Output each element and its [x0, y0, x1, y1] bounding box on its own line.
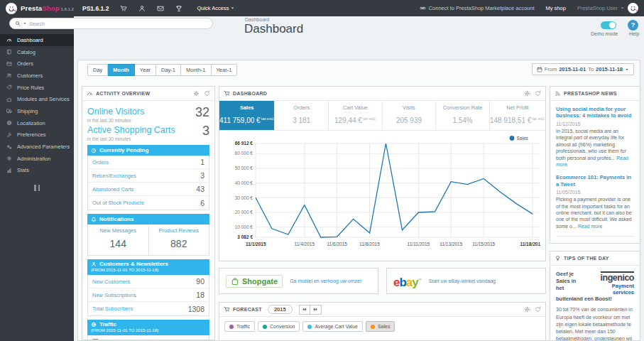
customers-quick-icon[interactable] — [138, 2, 146, 15]
search-input[interactable] — [29, 21, 207, 26]
sidebar-item-orders[interactable]: Orders — [0, 58, 74, 70]
forecast-legend-average-cart-value[interactable]: Average Cart Value — [302, 321, 362, 332]
sidebar-item-advanced-parameters[interactable]: Advanced Parameters — [0, 141, 74, 153]
kpi-tab-visits[interactable]: Visits205 939 — [383, 101, 437, 130]
table-row-return-exchanges[interactable]: Return/Exchanges3 — [88, 169, 209, 183]
user-avatar[interactable] — [628, 3, 638, 13]
marketplace-connect-link[interactable]: Connect to PrestaShop Marketplace accoun… — [420, 5, 535, 11]
messages-quick-icon[interactable] — [157, 2, 164, 15]
ebay-link[interactable]: Start uw eBay-winkel vandaag — [429, 278, 496, 283]
kpi-tab-cart-value[interactable]: Cart Value129,44 € tax excl. — [329, 101, 383, 130]
search-scope-caret-icon[interactable] — [23, 21, 27, 26]
ebay-logo: ebay™ — [393, 274, 422, 288]
cart-icon[interactable] — [120, 2, 127, 15]
prestashop-logo[interactable] — [6, 3, 17, 14]
product-reviews-cell[interactable]: Product Reviews882 — [149, 224, 209, 255]
sidebar: DashboardCatalogOrdersCustomersPrice Rul… — [0, 16, 74, 341]
next-year-button[interactable] — [310, 305, 322, 315]
help-label: Help — [629, 31, 639, 36]
news-article-title[interactable]: Ecommerce 101: Payments in a Tweet — [556, 174, 634, 188]
notifications-header: Notifications — [87, 214, 209, 224]
table-row-orders[interactable]: Orders1 — [88, 156, 209, 169]
kpi-tab-net-profit[interactable]: Net Profit148 918,51 € tax excl. — [490, 101, 545, 130]
sidebar-item-localization[interactable]: Localization — [0, 117, 74, 129]
traffic-header: Traffic (FROM 2015-11-01 TO 2015-11-18) — [87, 320, 209, 335]
kpi-tab-conversion-rate[interactable]: Conversion Rate1.54% — [436, 101, 490, 130]
range-button-year[interactable]: Year — [135, 64, 156, 76]
sidebar-item-administration[interactable]: Administration — [0, 153, 74, 165]
user-menu[interactable]: PrestaShop User — [577, 5, 625, 11]
table-row-out-of-stock-products[interactable]: Out of Stock Products6 — [88, 196, 209, 210]
gear-icon[interactable] — [193, 90, 200, 97]
panel-title: FORECAST — [233, 307, 262, 312]
read-more-link[interactable]: Read more — [578, 224, 603, 229]
sidebar-item-label: Administration — [17, 156, 51, 162]
kpi-tab-sales[interactable]: Sales411 759,00 € tax excl. — [219, 101, 275, 130]
my-shop-link[interactable]: My shop — [546, 5, 566, 11]
sidebar-item-stats[interactable]: Stats — [0, 165, 74, 177]
table-row-new-subscriptions[interactable]: New Subscriptions18 — [88, 288, 209, 302]
gear-icon[interactable] — [524, 306, 530, 313]
sidebar-item-label: Stats — [17, 167, 29, 173]
range-button-day[interactable]: Day — [87, 64, 108, 76]
range-button-month-1[interactable]: Month-1 — [181, 64, 212, 76]
google-analytics-row[interactable]: Link to your Google Analytics account — [88, 335, 209, 340]
quick-access-menu[interactable]: Quick Access — [197, 5, 235, 11]
active-carts-link[interactable]: Active Shopping Carts — [87, 125, 175, 135]
news-article-title[interactable]: Using social media for your business: 4 … — [556, 106, 634, 119]
forecast-legend-traffic[interactable]: Traffic — [224, 321, 255, 332]
new-messages-cell[interactable]: New Messages144 — [88, 224, 149, 255]
sidebar-item-customers[interactable]: Customers — [0, 70, 74, 82]
demo-mode-toggle[interactable] — [601, 21, 616, 29]
legend-dot — [263, 325, 267, 329]
y-axis-label: 40 000 € — [235, 180, 253, 185]
legend-dot — [510, 136, 515, 141]
sidebar-item-shipping[interactable]: Shipping — [0, 105, 74, 117]
forecast-legend-sales[interactable]: Sales — [366, 321, 395, 332]
range-button-day-1[interactable]: Day-1 — [156, 64, 181, 76]
link-icon — [420, 5, 426, 11]
sidebar-item-price-rules[interactable]: Price Rules — [0, 82, 74, 94]
sidebar-item-dashboard[interactable]: Dashboard — [0, 34, 74, 46]
x-axis-label: 11/4/2015 — [295, 242, 315, 247]
previous-year-button[interactable] — [299, 305, 310, 315]
forecast-year-badge[interactable]: 2015 — [268, 305, 293, 314]
bar-chart-icon — [6, 168, 12, 173]
globe-icon — [91, 322, 97, 328]
globe-icon — [6, 120, 12, 126]
sidebar-item-preferences[interactable]: Preferences — [0, 129, 74, 141]
kpi-tab-orders[interactable]: Orders3 181 — [275, 101, 329, 130]
search-icon[interactable] — [15, 21, 21, 26]
refresh-icon[interactable] — [535, 306, 541, 313]
refresh-icon[interactable] — [535, 90, 541, 97]
range-button-year-1[interactable]: Year-1 — [212, 64, 238, 76]
sidebar-item-catalog[interactable]: Catalog — [0, 46, 74, 58]
shopgate-link[interactable]: Ga mobiel en verhoog uw omzet — [290, 278, 361, 283]
sidebar-item-modules-and-services[interactable]: Modules and Services — [0, 93, 74, 105]
google-analytics-icon — [92, 339, 99, 340]
sidebar-collapse-button[interactable] — [0, 185, 74, 191]
find-more-news-link[interactable]: Find more news — [556, 242, 634, 244]
ingenico-logo[interactable]: ingenico Paymentservices — [583, 271, 634, 296]
bell-icon — [91, 217, 97, 222]
forecast-legend-conversion[interactable]: Conversion — [258, 321, 300, 332]
x-axis-label: 11/1/2015 — [246, 242, 266, 247]
date-range-picker[interactable]: From2015-11-01 To2015-11-18 — [532, 63, 634, 75]
table-row-total-subscribers[interactable]: Total Subscribers1308 — [88, 302, 209, 315]
sidebar-item-label: Localization — [17, 120, 45, 126]
range-button-month[interactable]: Month — [108, 64, 135, 76]
table-row-new-customers[interactable]: New Customers90 — [88, 275, 209, 288]
gear-icon[interactable] — [524, 90, 530, 97]
table-row-abandoned-carts[interactable]: Abandoned Carts43 — [88, 183, 209, 196]
online-visitors-link[interactable]: Online Visitors — [87, 107, 144, 117]
x-axis-label: 11/11/2015 — [408, 242, 430, 247]
y-axis-label: 50 000 € — [235, 166, 253, 170]
lightbulb-icon — [555, 255, 561, 261]
prestashop-news-panel: PRESTASHOP NEWS Using social media for y… — [550, 86, 640, 244]
trophy-icon[interactable] — [175, 2, 182, 15]
sidebar-item-label: Dashboard — [17, 37, 43, 43]
calendar-icon — [537, 67, 542, 72]
refresh-icon[interactable] — [204, 90, 210, 97]
active-carts-value: 3 — [202, 125, 209, 136]
help-button[interactable]: ? — [628, 20, 638, 31]
